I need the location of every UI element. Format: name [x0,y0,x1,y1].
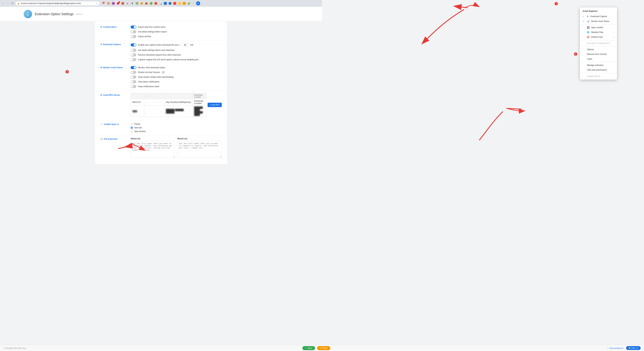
task-notifications-label: Task status notifications [138,81,160,83]
task-notifications-toggle[interactable] [130,80,136,83]
export-task-row: Export task from context menu [130,26,222,29]
export-task-toggle[interactable] [130,26,136,29]
monitor-section: ⚙ Monitor Aria2 Status Monitor Aria2 dow… [95,64,227,91]
rpc-server-section: ☰ Aria2-RPC-Server ··· ··· Download Loca… [95,91,227,120]
task-notifications-row: Task status notifications [130,80,222,83]
ariangopen-section: 📄 AriaNG Open in Popup New tab New windo… [95,120,227,135]
newwindow-option[interactable]: New window [130,130,222,133]
file-extension-section: 📋 File Extension Allow-List Block-List [95,135,227,161]
address-url: chrome-extension://mpkodccbngfoacfalldji… [21,2,95,5]
monitor-download-toggle[interactable] [130,66,136,69]
ask-detail-label: Ask detail settings before export [138,31,167,33]
export-task-label: Export task from context menu [138,26,166,28]
add-rpc-button[interactable]: + Add RPC [208,103,222,107]
ext-icon-1[interactable]: 🚩 [102,1,106,6]
rpc-col-name [131,93,144,99]
table-row: ARIA2 RI ·················· http://local… [131,99,206,106]
nav-refresh[interactable]: ↻ [11,2,14,5]
version-label: v2.4.1 [76,13,82,15]
file-size-input[interactable] [182,43,188,47]
ext-icon-6[interactable]: ⬇ [130,1,134,6]
keep-silent-row: Keep notifications silent [130,85,222,88]
ask-download-toggle[interactable] [130,49,136,52]
profile-avatar[interactable]: A [196,1,200,6]
ext-icon-14[interactable]: 🔵 [168,1,172,6]
extensions-button[interactable]: 🧩 [187,1,191,6]
ariangopen-controls: Popup New tab New window [130,123,222,133]
context-menu-icon: ☰ [100,26,102,28]
download-capture-section: ⬇ Download Capture Enable auto capture w… [95,41,227,64]
newwindow-radio[interactable] [130,130,133,133]
popup-option[interactable]: Popup [130,123,222,125]
bookmark-star-icon[interactable]: ☆ [96,2,98,5]
context-menu-section: ☰ Context Menu Export task from context … [95,23,227,41]
rpc-col-dots: ··· ··· [144,93,164,99]
context-menu-controls: Export task from context menu Ask detail… [130,26,222,38]
ext-icon-2[interactable]: 🎨 [106,1,111,6]
nav-back[interactable]: ← [1,2,5,5]
ext-icon-10[interactable]: 🟢 [149,1,153,6]
browser-chrome: ← → ↻ 🔒 chrome-extension://mpkodccbngfoa… [0,0,322,7]
ext-icon-7[interactable]: 🌿 [135,1,139,6]
auto-capture-text: Enable auto capture when download file s… [138,44,180,46]
monitor-all-label: Monitor all Aria2 Servers [138,71,160,74]
aria2-logo: Aria 2 [24,10,32,18]
help-icon[interactable]: ? [162,71,164,74]
ext-icon-3[interactable]: 🟣 [111,1,116,6]
mb-label: MB [190,44,193,46]
monitor-all-toggle[interactable] [130,71,136,74]
ask-download-row: Ask detail settings before auto download [130,49,222,52]
monitor-download-label: Monitor Aria2 download status [138,66,165,69]
ext-icon-12[interactable]: 📊 [158,1,163,6]
rpc-col-url [164,93,193,99]
keep-awake-label: Keep system awake when downloading [138,76,174,78]
ariangopen-icon: 📄 [100,123,103,126]
monitor-label: ⚙ Monitor Aria2 Status [100,66,127,88]
rpc-url-cell: http://localhost:6800/jsonrpc [164,99,193,106]
ext-icon-13[interactable]: 🟦 [163,1,168,6]
rpc-icon: ☰ [100,94,102,96]
rpc-table: ··· ··· Download Location ARIA2 RI ·····… [130,93,206,117]
block-list-textarea[interactable] [178,141,222,158]
page-wrapper: Aria 2 Extension Option Settings v2.4.1 … [0,7,322,176]
keep-awake-row: Keep system awake when downloading [130,76,222,79]
export-links-toggle[interactable] [130,35,136,38]
ext-icon-9[interactable]: 📥 [144,1,148,6]
keep-silent-toggle[interactable] [130,85,136,88]
ext-icon-8[interactable]: 🔶 [140,1,144,6]
address-bar[interactable]: 🔒 chrome-extension://mpkodccbngfoacfalld… [16,1,100,6]
allow-list-textarea[interactable] [130,141,175,158]
ext-icon-4[interactable]: 🟤 [120,1,125,6]
file-ext-icon: 📋 [100,138,103,140]
ask-download-label: Ask detail settings before auto download [138,49,174,51]
receive-request-toggle[interactable] [130,53,136,57]
newtab-radio[interactable] [130,127,133,129]
capture-magnet-toggle[interactable] [130,58,136,61]
rpc-location-cell-2: ██████ ████ ██████ ████ [193,106,206,117]
popup-radio[interactable] [130,123,133,125]
ext-icon-aria2[interactable]: 🔴 [116,1,120,6]
nav-forward[interactable]: → [6,2,10,5]
ext-icon-16[interactable]: 🟨 [177,1,182,6]
newtab-option[interactable]: New tab [130,127,222,129]
ext-icon-17[interactable]: 🟧 [182,1,186,6]
page-title: Extension Option Settings [35,12,74,16]
ariangopen-label: 📄 AriaNG Open in [100,123,127,133]
ext-icon-11[interactable]: 🔴 [154,1,158,6]
keep-awake-toggle[interactable] [130,76,136,79]
three-dots-menu[interactable]: ⋮ [192,1,196,6]
download-capture-icon: ⬇ [100,43,102,46]
newtab-label: New tab [134,127,142,129]
monitor-download-row: Monitor Aria2 download status [130,66,222,69]
page-header: Aria 2 Extension Option Settings v2.4.1 [0,7,322,22]
context-menu-label: ☰ Context Menu [100,26,127,38]
file-ext-controls: Allow-List Block-List [130,138,222,158]
ext-icon-15[interactable]: 🟥 [172,1,177,6]
ask-detail-toggle[interactable] [130,30,136,33]
download-capture-label: ⬇ Download Capture [100,43,127,61]
capture-magnet-label: Capture magnet link (OS level capture, p… [138,59,200,61]
allow-list-label: Allow-List [130,138,175,140]
ext-icon-5[interactable]: 🔺 [125,1,130,6]
auto-capture-toggle[interactable] [130,44,136,47]
rpc-dots-cell: ·················· [144,99,164,106]
